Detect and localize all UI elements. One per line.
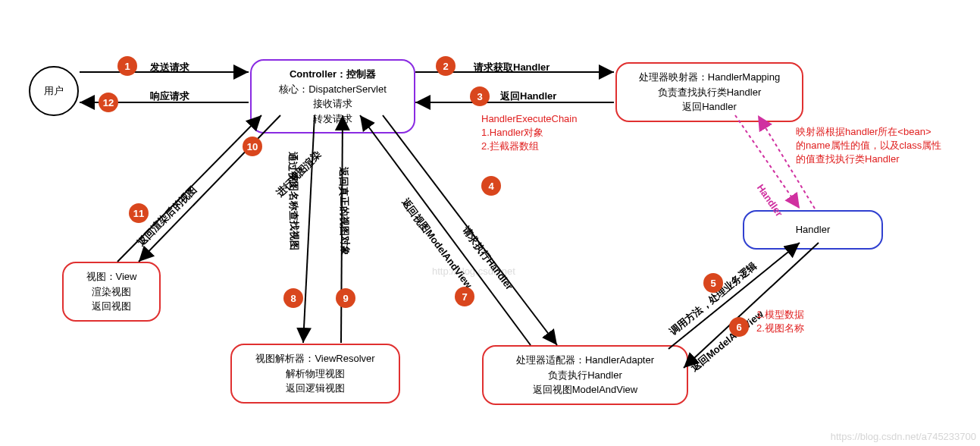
label-1: 发送请求 — [150, 61, 189, 74]
label-7: 返回视图ModelAndView — [399, 196, 475, 291]
label-3: 返回Handler — [500, 90, 556, 103]
view-line2: 渲染视图 — [74, 284, 149, 300]
handler-adapter-line2: 负责执行Handler — [494, 368, 676, 383]
user-node: 用户 — [29, 66, 79, 116]
badge-7: 7 — [455, 287, 474, 306]
badge-5: 5 — [703, 273, 723, 293]
handler-adapter-title: 处理器适配器：HandlerAdapter — [494, 353, 676, 368]
badge-12: 12 — [99, 93, 118, 112]
view-resolver-title: 视图解析器：ViewResolver — [243, 351, 388, 366]
handler-label: Handler — [755, 222, 871, 237]
badge-3: 3 — [470, 86, 490, 106]
view-resolver-line3: 返回逻辑视图 — [243, 381, 388, 396]
badge-9: 9 — [336, 288, 355, 308]
badge-2: 2 — [436, 56, 456, 76]
mapper-note-l1: 映射器根据handler所在<bean> — [796, 125, 970, 139]
handler-mapping-title: 处理器映射器：HandlerMapping — [628, 70, 791, 85]
handler-mapping-node: 处理器映射器：HandlerMapping 负责查找执行类Handler 返回H… — [615, 62, 803, 122]
note3-l1: HandlerExecuteChain — [481, 112, 622, 126]
controller-line2: 核心：DispatcherServlet — [262, 82, 403, 97]
view-line3: 返回视图 — [74, 299, 149, 314]
handler-mapping-line3: 返回Handler — [628, 99, 791, 115]
handler-adapter-line3: 返回视图ModelAndView — [494, 382, 676, 397]
note3-l3: 2.拦截器数组 — [481, 140, 622, 153]
badge-4: 4 — [481, 176, 501, 196]
badge-1: 1 — [117, 56, 137, 76]
label-12: 响应请求 — [150, 90, 189, 103]
controller-title: Controller：控制器 — [262, 67, 403, 82]
controller-line4: 转发请求 — [262, 112, 403, 127]
mapper-note-l2: 的name属性的值，以及class属性 — [796, 139, 970, 152]
label-9: 返回真正的视图对象 — [337, 167, 352, 256]
view-resolver-node: 视图解析器：ViewResolver 解析物理视图 返回逻辑视图 — [230, 344, 400, 404]
note6-l2: 2.视图名称 — [756, 322, 847, 335]
handler-node: Handler — [743, 210, 883, 250]
handler-adapter-node: 处理器适配器：HandlerAdapter 负责执行Handler 返回视图Mo… — [482, 345, 688, 405]
notes-arrow-6: 1.模型数据 2.视图名称 — [756, 308, 847, 335]
mapper-note-l3: 的值查找执行类Handler — [796, 152, 970, 166]
label-2: 请求获取Handler — [474, 61, 549, 74]
view-resolver-line2: 解析物理视图 — [243, 366, 388, 382]
badge-6: 6 — [729, 317, 749, 337]
watermark-footer: https://blog.csdn.net/a745233700 — [831, 431, 976, 442]
controller-line3: 接收请求 — [262, 96, 403, 112]
svg-line-12 — [139, 115, 280, 262]
user-label: 用户 — [44, 84, 64, 98]
mapper-notes: 映射器根据handler所在<bean> 的name属性的值，以及class属性… — [796, 125, 970, 167]
badge-11: 11 — [129, 203, 149, 223]
view-title: 视图：View — [74, 269, 149, 284]
notes-arrow-3: HandlerExecuteChain 1.Handler对象 2.拦截器数组 — [481, 112, 622, 154]
view-node: 视图：View 渲染视图 返回视图 — [62, 262, 161, 322]
handler-mapping-line2: 负责查找执行类Handler — [628, 85, 791, 100]
badge-8: 8 — [283, 288, 303, 308]
note6-l1: 1.模型数据 — [756, 308, 847, 322]
badge-10: 10 — [243, 137, 262, 156]
note3-l2: 1.Handler对象 — [481, 126, 622, 140]
controller-node: Controller：控制器 核心：DispatcherServlet 接收请求… — [250, 59, 415, 133]
